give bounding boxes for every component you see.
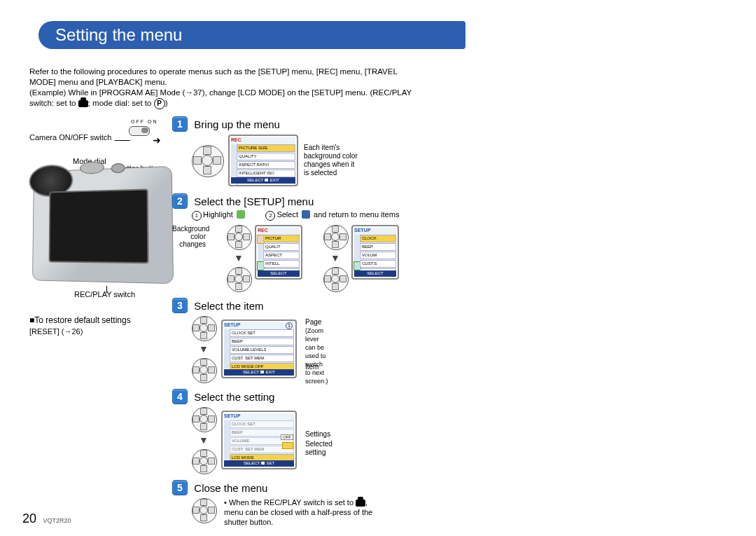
step2-bgnote: Background color changes [172,225,206,248]
step-2-badge: 2 [172,193,188,209]
page-title-bar: Setting the menu [38,21,465,49]
camera-shutter-icon [111,163,125,174]
step1-screen: REC PICTURE SIZE QUALITY ASPECT RATIO IN… [228,135,298,186]
camera-dial-icon [80,161,104,174]
arrow-right-icon: ➜ [153,135,161,146]
onoff-switch-icon [129,126,150,136]
step-4-badge: 4 [172,389,188,404]
label-recplay: REC/PLAY switch [74,290,135,298]
step1-note: Each item's background color changes whe… [304,144,360,177]
step4-settings-label: Settings [305,430,330,439]
step-3-title: Select the item [194,300,263,312]
step-1-title: Bring up the menu [194,118,280,130]
restore-detail: [RESET] (→26) [29,327,131,336]
doc-id: VQT2R20 [43,517,71,524]
select-chip-icon [302,210,310,219]
step4-off-value: OFF [281,434,293,440]
label-onoff: Camera ON/OFF switch [29,133,111,142]
page-indicator-icon: 1 [286,322,293,329]
step4-selected-label: Selected setting [305,440,347,457]
step4-screen: SETUP CLOCK SET BEEP VOLUME CUST. SET ME… [221,411,297,469]
down-arrow-icon: ▼ [234,253,244,263]
restore-heading: ■To restore default settings [29,315,131,327]
step3-item-label: Item [305,363,318,371]
dpad-icon [192,358,216,382]
down-arrow-icon: ▼ [199,344,209,354]
step-1: 1 Bring up the menu REC PICTURE SIZE QUA… [172,116,438,186]
step5-note: • When the REC/PLAY switch is set to , m… [224,498,385,527]
step-5-badge: 5 [172,480,188,495]
page-number: 20 [22,511,36,525]
dpad-icon [192,498,216,522]
step-2: 2 Select the [SETUP] menu 1Highlight 2Se… [172,193,438,291]
camera-rec-icon [78,100,88,107]
step2-left-screen: REC PICTUR QUALIT ASPECT INTELL SENSIT S… [255,225,302,280]
step-2-title: Select the [SETUP] menu [194,195,314,207]
dpad-icon [192,449,216,473]
circled-1-icon: 1 [192,211,202,221]
dpad-icon [323,267,347,291]
dpad-icon [323,225,347,249]
step-4: 4 Select the setting ▼ SETUP CLOCK SET B… [172,389,438,473]
label-off-on: OFF ON [131,119,158,124]
intro-example: (Example) While in [PROGRAM AE] Mode (→3… [29,88,421,109]
step-3: 3 Select the item ▼ SETUP 1 CLOCK SET BE… [172,298,438,382]
camera-rec-icon [356,500,365,507]
dpad-icon [227,225,251,249]
mode-p-icon: P [154,98,165,109]
step-3-badge: 3 [172,298,188,313]
step2-substeps: 1Highlight 2Select and return to menu it… [192,210,438,221]
dpad-icon [227,267,251,291]
dpad-icon [192,145,223,176]
down-arrow-icon: ▼ [330,253,340,263]
step3-page-label: Page (Zoom lever can be used to switch t… [305,318,328,385]
step2-right-screen: SETUP CLOCK BEEP VOLUM CUST.S LCD MC SEL… [351,225,399,280]
step4-selected-chip [282,442,293,449]
restore-defaults-block: ■To restore default settings [RESET] (→2… [29,315,131,336]
camera-illustration [32,166,174,284]
step3-screen: SETUP 1 CLOCK SET BEEP VOLUME LEVEL3 CUS… [221,319,297,378]
step-5: 5 Close the menu • When the REC/PLAY swi… [172,480,438,527]
intro-block: Refer to the following procedures to ope… [29,67,421,109]
step-1-badge: 1 [172,116,188,132]
camera-screen-icon [49,188,149,263]
dpad-icon [192,316,216,340]
intro-line1: Refer to the following procedures to ope… [29,67,421,88]
circled-2-icon: 2 [265,211,275,221]
step-4-title: Select the setting [194,391,274,403]
page-footer: 20 VQT2R20 [22,511,71,526]
steps-column: 1 Bring up the menu REC PICTURE SIZE QUA… [172,116,438,534]
page-title: Setting the menu [38,25,182,45]
step-5-title: Close the menu [194,482,267,494]
setup-tab-icon [237,210,245,219]
down-arrow-icon: ▼ [199,435,209,445]
dpad-icon [192,407,216,431]
